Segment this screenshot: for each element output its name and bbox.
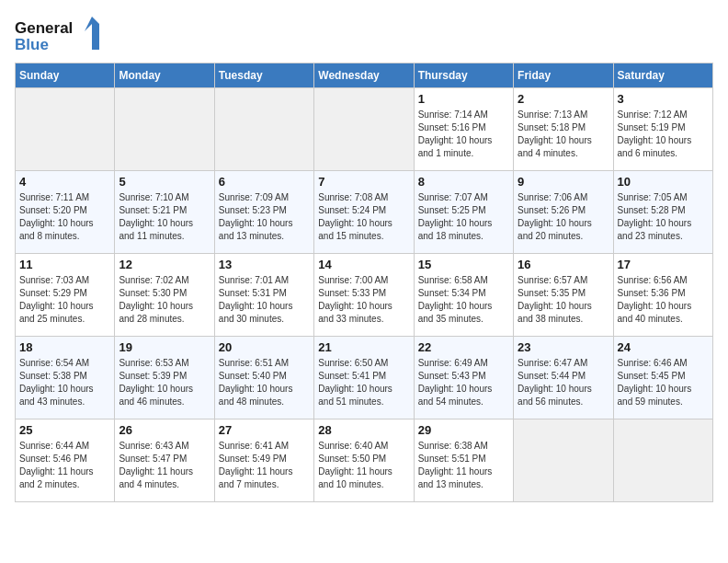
- calendar-cell: 18 Sunrise: 6:54 AMSunset: 5:38 PMDaylig…: [16, 337, 115, 419]
- calendar-cell: [613, 419, 712, 502]
- day-info: Sunrise: 6:51 AMSunset: 5:40 PMDaylight:…: [219, 357, 310, 408]
- day-info: Sunrise: 6:47 AMSunset: 5:44 PMDaylight:…: [518, 357, 609, 408]
- week-row-4: 18 Sunrise: 6:54 AMSunset: 5:38 PMDaylig…: [16, 337, 713, 419]
- calendar-cell: 7 Sunrise: 7:08 AMSunset: 5:24 PMDayligh…: [314, 171, 414, 254]
- day-info: Sunrise: 6:44 AMSunset: 5:46 PMDaylight:…: [19, 440, 110, 491]
- day-number: 11: [19, 258, 110, 271]
- calendar-cell: 23 Sunrise: 6:47 AMSunset: 5:44 PMDaylig…: [514, 337, 613, 419]
- weekday-header-wednesday: Wednesday: [314, 63, 414, 88]
- svg-text:General: General: [15, 19, 73, 37]
- day-number: 25: [19, 423, 110, 437]
- calendar-cell: 26 Sunrise: 6:43 AMSunset: 5:47 PMDaylig…: [115, 419, 214, 502]
- calendar-cell: 1 Sunrise: 7:14 AMSunset: 5:16 PMDayligh…: [414, 88, 513, 171]
- day-info: Sunrise: 7:12 AMSunset: 5:19 PMDaylight:…: [618, 109, 709, 160]
- day-number: 28: [318, 423, 409, 437]
- day-info: Sunrise: 7:09 AMSunset: 5:23 PMDaylight:…: [219, 191, 310, 243]
- svg-text:Blue: Blue: [15, 36, 49, 53]
- weekday-header-row: SundayMondayTuesdayWednesdayThursdayFrid…: [16, 63, 713, 88]
- day-info: Sunrise: 6:50 AMSunset: 5:41 PMDaylight:…: [318, 357, 409, 408]
- day-number: 18: [19, 340, 110, 354]
- day-number: 16: [518, 258, 609, 271]
- calendar-cell: [16, 88, 115, 171]
- day-number: 13: [219, 258, 310, 271]
- calendar-cell: 5 Sunrise: 7:10 AMSunset: 5:21 PMDayligh…: [115, 171, 214, 254]
- day-info: Sunrise: 7:10 AMSunset: 5:21 PMDaylight:…: [119, 191, 210, 243]
- calendar-cell: 2 Sunrise: 7:13 AMSunset: 5:18 PMDayligh…: [514, 88, 613, 171]
- calendar-cell: 22 Sunrise: 6:49 AMSunset: 5:43 PMDaylig…: [414, 337, 513, 419]
- day-number: 17: [618, 258, 709, 271]
- calendar-cell: 27 Sunrise: 6:41 AMSunset: 5:49 PMDaylig…: [214, 419, 313, 502]
- day-info: Sunrise: 7:14 AMSunset: 5:16 PMDaylight:…: [418, 109, 509, 160]
- day-number: 1: [418, 92, 509, 106]
- day-number: 9: [518, 175, 609, 189]
- day-number: 5: [119, 175, 210, 189]
- day-info: Sunrise: 7:01 AMSunset: 5:31 PMDaylight:…: [219, 274, 310, 326]
- calendar-cell: 9 Sunrise: 7:06 AMSunset: 5:26 PMDayligh…: [514, 171, 613, 254]
- calendar-cell: 21 Sunrise: 6:50 AMSunset: 5:41 PMDaylig…: [314, 337, 414, 419]
- calendar-cell: 13 Sunrise: 7:01 AMSunset: 5:31 PMDaylig…: [214, 254, 313, 337]
- day-number: 29: [418, 423, 509, 437]
- day-info: Sunrise: 7:06 AMSunset: 5:26 PMDaylight:…: [518, 191, 609, 243]
- day-number: 3: [618, 92, 709, 106]
- calendar-cell: 25 Sunrise: 6:44 AMSunset: 5:46 PMDaylig…: [16, 419, 115, 502]
- calendar-cell: 29 Sunrise: 6:38 AMSunset: 5:51 PMDaylig…: [414, 419, 513, 502]
- weekday-header-saturday: Saturday: [613, 63, 712, 88]
- calendar-cell: 17 Sunrise: 6:56 AMSunset: 5:36 PMDaylig…: [613, 254, 712, 337]
- day-number: 2: [518, 92, 609, 106]
- day-info: Sunrise: 6:46 AMSunset: 5:45 PMDaylight:…: [618, 357, 709, 408]
- day-info: Sunrise: 7:05 AMSunset: 5:28 PMDaylight:…: [618, 191, 709, 243]
- calendar-cell: [214, 88, 313, 171]
- calendar-cell: 4 Sunrise: 7:11 AMSunset: 5:20 PMDayligh…: [16, 171, 115, 254]
- calendar-cell: 3 Sunrise: 7:12 AMSunset: 5:19 PMDayligh…: [613, 88, 712, 171]
- day-info: Sunrise: 6:38 AMSunset: 5:51 PMDaylight:…: [418, 440, 509, 491]
- calendar-cell: 12 Sunrise: 7:02 AMSunset: 5:30 PMDaylig…: [115, 254, 214, 337]
- week-row-5: 25 Sunrise: 6:44 AMSunset: 5:46 PMDaylig…: [16, 419, 713, 502]
- weekday-header-tuesday: Tuesday: [214, 63, 313, 88]
- calendar-cell: 8 Sunrise: 7:07 AMSunset: 5:25 PMDayligh…: [414, 171, 513, 254]
- day-info: Sunrise: 6:43 AMSunset: 5:47 PMDaylight:…: [119, 440, 210, 491]
- calendar-cell: 15 Sunrise: 6:58 AMSunset: 5:34 PMDaylig…: [414, 254, 513, 337]
- calendar-cell: 19 Sunrise: 6:53 AMSunset: 5:39 PMDaylig…: [115, 337, 214, 419]
- week-row-3: 11 Sunrise: 7:03 AMSunset: 5:29 PMDaylig…: [16, 254, 713, 337]
- svg-marker-2: [85, 17, 107, 50]
- week-row-1: 1 Sunrise: 7:14 AMSunset: 5:16 PMDayligh…: [16, 88, 713, 171]
- day-info: Sunrise: 7:11 AMSunset: 5:20 PMDaylight:…: [19, 191, 110, 243]
- calendar-cell: 14 Sunrise: 7:00 AMSunset: 5:33 PMDaylig…: [314, 254, 414, 337]
- day-number: 21: [318, 340, 409, 354]
- weekday-header-friday: Friday: [514, 63, 613, 88]
- day-number: 27: [219, 423, 310, 437]
- day-number: 23: [518, 340, 609, 354]
- calendar-cell: [314, 88, 414, 171]
- logo: General Blue: [15, 15, 107, 55]
- day-info: Sunrise: 6:53 AMSunset: 5:39 PMDaylight:…: [119, 357, 210, 408]
- calendar-cell: 20 Sunrise: 6:51 AMSunset: 5:40 PMDaylig…: [214, 337, 313, 419]
- day-info: Sunrise: 7:13 AMSunset: 5:18 PMDaylight:…: [518, 109, 609, 160]
- day-number: 8: [418, 175, 509, 189]
- week-row-2: 4 Sunrise: 7:11 AMSunset: 5:20 PMDayligh…: [16, 171, 713, 254]
- weekday-header-monday: Monday: [115, 63, 214, 88]
- day-info: Sunrise: 6:54 AMSunset: 5:38 PMDaylight:…: [19, 357, 110, 408]
- day-info: Sunrise: 7:08 AMSunset: 5:24 PMDaylight:…: [318, 191, 409, 243]
- calendar-cell: 11 Sunrise: 7:03 AMSunset: 5:29 PMDaylig…: [16, 254, 115, 337]
- day-info: Sunrise: 6:41 AMSunset: 5:49 PMDaylight:…: [219, 440, 310, 491]
- calendar-cell: 16 Sunrise: 6:57 AMSunset: 5:35 PMDaylig…: [514, 254, 613, 337]
- calendar-cell: 24 Sunrise: 6:46 AMSunset: 5:45 PMDaylig…: [613, 337, 712, 419]
- calendar-cell: [514, 419, 613, 502]
- day-info: Sunrise: 6:57 AMSunset: 5:35 PMDaylight:…: [518, 274, 609, 326]
- day-info: Sunrise: 6:40 AMSunset: 5:50 PMDaylight:…: [318, 440, 409, 491]
- day-number: 20: [219, 340, 310, 354]
- calendar-cell: [115, 88, 214, 171]
- day-info: Sunrise: 7:00 AMSunset: 5:33 PMDaylight:…: [318, 274, 409, 326]
- day-number: 19: [119, 340, 210, 354]
- day-number: 6: [219, 175, 310, 189]
- day-number: 22: [418, 340, 509, 354]
- day-number: 14: [318, 258, 409, 271]
- day-info: Sunrise: 7:02 AMSunset: 5:30 PMDaylight:…: [119, 274, 210, 326]
- day-info: Sunrise: 7:07 AMSunset: 5:25 PMDaylight:…: [418, 191, 509, 243]
- weekday-header-thursday: Thursday: [414, 63, 513, 88]
- calendar-cell: 6 Sunrise: 7:09 AMSunset: 5:23 PMDayligh…: [214, 171, 313, 254]
- day-info: Sunrise: 7:03 AMSunset: 5:29 PMDaylight:…: [19, 274, 110, 326]
- day-info: Sunrise: 6:58 AMSunset: 5:34 PMDaylight:…: [418, 274, 509, 326]
- day-info: Sunrise: 6:49 AMSunset: 5:43 PMDaylight:…: [418, 357, 509, 408]
- day-number: 12: [119, 258, 210, 271]
